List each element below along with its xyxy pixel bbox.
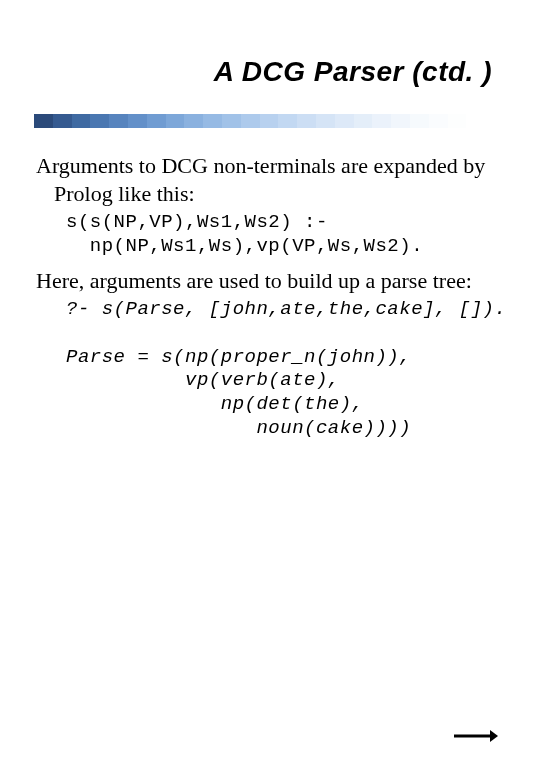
next-arrow-icon	[454, 728, 498, 744]
code-block-2: ?- s(Parse, [john,ate,the,cake], []). Pa…	[36, 298, 504, 441]
paragraph-1: Arguments to DCG non-terminals are expan…	[36, 152, 504, 207]
svg-marker-1	[490, 730, 498, 742]
decorative-gradient-bar	[34, 114, 504, 128]
code-block-1: s(s(NP,VP),Ws1,Ws2) :- np(NP,Ws1,Ws),vp(…	[36, 211, 504, 259]
page-title: A DCG Parser (ctd. )	[0, 56, 492, 88]
content-body: Arguments to DCG non-terminals are expan…	[0, 128, 540, 441]
paragraph-2: Here, arguments are used to build up a p…	[36, 267, 504, 295]
